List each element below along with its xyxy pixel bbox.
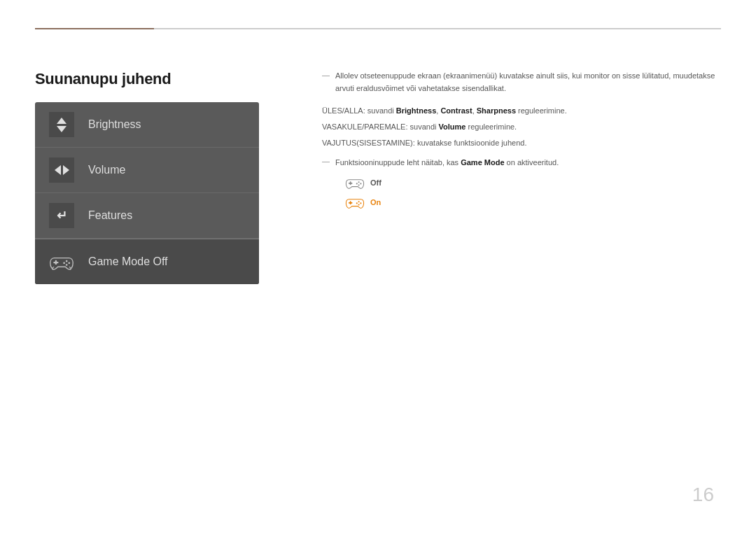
game-mode-icons: Off xyxy=(345,175,559,210)
svg-point-16 xyxy=(358,204,360,205)
arrow-right-icon xyxy=(63,165,69,175)
left-right-arrow-icon xyxy=(55,165,69,175)
svg-point-17 xyxy=(356,202,358,204)
brightness-icon xyxy=(49,112,74,137)
svg-point-5 xyxy=(63,262,65,264)
svg-point-8 xyxy=(358,181,360,183)
menu-item-gamemode[interactable]: Game Mode Off xyxy=(35,239,259,284)
note2-suffix: on aktiveeritud. xyxy=(505,158,559,167)
svg-rect-1 xyxy=(55,260,57,265)
line1-bold2: Contrast xyxy=(440,106,472,115)
line1-prefix: ÜLES/ALLA: suvandi xyxy=(322,106,396,115)
game-mode-off-row: Off xyxy=(345,175,559,190)
desc-line-1: ÜLES/ALLA: suvandi Brightness, Contrast,… xyxy=(322,104,721,118)
line1-suffix: reguleerimine. xyxy=(516,106,567,115)
svg-point-14 xyxy=(358,201,360,202)
volume-icon xyxy=(49,157,74,183)
note2-prefix: Funktsiooninuppude leht näitab, kas xyxy=(335,158,461,167)
arrow-down-icon xyxy=(57,126,66,132)
desc-line-3: VAJUTUS(SISESTAMINE): kuvatakse funktsio… xyxy=(322,136,721,150)
left-section: Suunanupu juhend Brightness xyxy=(35,70,294,284)
note-dash-2: — xyxy=(322,157,330,165)
svg-point-11 xyxy=(356,183,358,184)
desc-line-2: VASAKULE/PAREMALE: suvandi Volume regule… xyxy=(322,120,721,134)
note-block-2: — Funktsiooninuppude leht näitab, kas Ga… xyxy=(322,156,721,210)
game-mode-on-row: On xyxy=(345,195,559,210)
svg-point-2 xyxy=(66,260,68,262)
content-area: Suunanupu juhend Brightness xyxy=(35,70,721,284)
features-label: Features xyxy=(88,209,132,222)
svg-point-10 xyxy=(358,184,360,185)
note-2-content: Funktsiooninuppude leht näitab, kas Game… xyxy=(335,156,559,210)
note-dash-1: — xyxy=(322,71,330,79)
gamemode-off-label: Off xyxy=(370,178,382,187)
gamepad-off-icon xyxy=(345,175,365,190)
gamepad-on-icon xyxy=(345,195,365,210)
brightness-label: Brightness xyxy=(88,118,141,131)
menu-box: Brightness Volume xyxy=(35,102,259,284)
enter-arrow-icon: ↵ xyxy=(57,208,67,223)
svg-point-4 xyxy=(66,264,68,266)
gamemode-on-label: On xyxy=(370,198,381,206)
top-line-accent xyxy=(35,28,154,29)
note-block-1: — Allolev otseteenuppude ekraan (ekraani… xyxy=(322,70,721,94)
note-text-1: Allolev otseteenuppude ekraan (ekraanime… xyxy=(335,70,721,94)
note2-text: Funktsiooninuppude leht näitab, kas Game… xyxy=(335,156,559,169)
line1-bold3: Sharpness xyxy=(477,106,516,115)
line2-suffix: reguleerimine. xyxy=(465,122,517,131)
svg-rect-7 xyxy=(350,181,351,185)
right-section: — Allolev otseteenuppude ekraan (ekraani… xyxy=(322,70,721,284)
gamemode-label: Game Mode Off xyxy=(88,255,168,268)
gamepad-svg xyxy=(49,252,74,272)
page-title: Suunanupu juhend xyxy=(35,70,294,88)
page-number: 16 xyxy=(692,484,714,506)
page-container: Suunanupu juhend Brightness xyxy=(0,0,756,534)
line1-bold1: Brightness xyxy=(396,106,436,115)
arrow-left-icon xyxy=(55,165,61,175)
line2-bold: Volume xyxy=(439,122,466,131)
arrow-up-icon xyxy=(57,118,66,124)
volume-label: Volume xyxy=(88,164,125,176)
up-down-arrow-icon xyxy=(57,118,66,132)
menu-item-features[interactable]: ↵ Features xyxy=(35,193,259,239)
line2-prefix: VASAKULE/PAREMALE: suvandi xyxy=(322,122,439,131)
menu-item-brightness[interactable]: Brightness xyxy=(35,102,259,148)
svg-rect-13 xyxy=(350,201,351,204)
menu-item-volume[interactable]: Volume xyxy=(35,148,259,193)
svg-point-9 xyxy=(360,183,361,184)
features-icon: ↵ xyxy=(49,203,74,228)
svg-point-15 xyxy=(360,202,361,204)
svg-point-3 xyxy=(68,262,70,264)
note2-bold: Game Mode xyxy=(461,158,504,167)
gamepad-icon xyxy=(49,249,74,274)
